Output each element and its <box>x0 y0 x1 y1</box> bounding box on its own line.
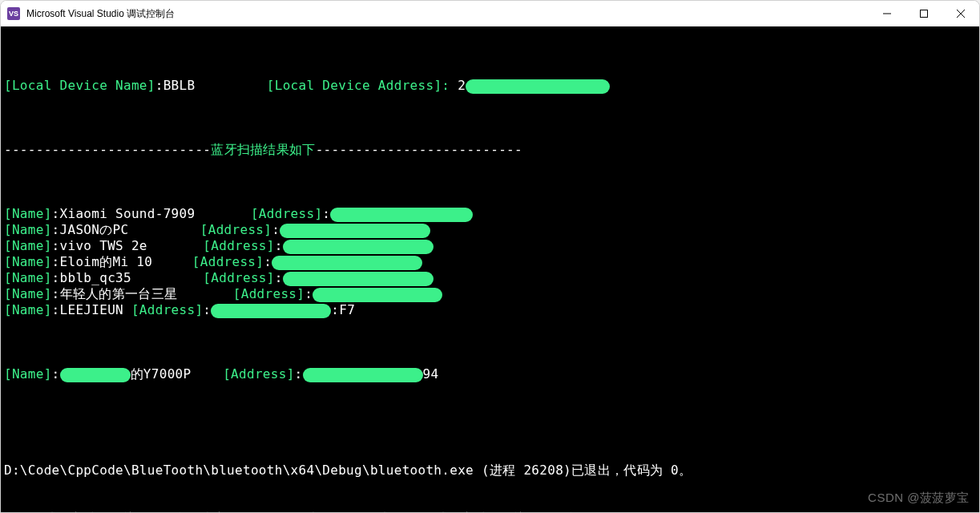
redacted-highlight <box>283 240 434 254</box>
maximize-button[interactable] <box>905 1 942 26</box>
local-addr-prefix: 2 <box>458 78 466 93</box>
device-row-last: [Name]:的Y7000P [Address]:94 <box>4 366 976 382</box>
redacted-highlight <box>330 208 473 222</box>
redacted-highlight <box>280 224 430 238</box>
device-name: :Eloim的Mi 10 <box>52 254 153 269</box>
addr-prefix: : <box>295 366 303 382</box>
device-row: [Name]:bblb_qc35 [Address]: <box>4 270 976 286</box>
addr-label: [Address] <box>223 366 294 382</box>
addr-prefix: : <box>264 254 272 269</box>
titlebar[interactable]: VS Microsoft Visual Studio 调试控制台 <box>1 1 979 26</box>
name-label: [Name] <box>4 286 52 301</box>
window-title: Microsoft Visual Studio 调试控制台 <box>26 7 869 21</box>
addr-label: [Address] <box>233 286 304 301</box>
device-row: [Name]:Xiaomi Sound-7909 [Address]: <box>4 206 976 222</box>
device-list: [Name]:Xiaomi Sound-7909 [Address]:[Name… <box>4 206 976 318</box>
name-suffix: 的Y7000P <box>131 366 192 382</box>
device-name: :JASONのPC <box>52 222 129 237</box>
device-row: [Name]:Eloim的Mi 10 [Address]: <box>4 254 976 270</box>
addr-label: [Address] <box>192 254 264 269</box>
separator-row: --------------------------蓝牙扫描结果如下------… <box>4 142 976 158</box>
footer-line1: D:\Code\CppCode\BlueTooth\bluetooth\x64\… <box>4 463 976 479</box>
spacer <box>131 270 203 285</box>
name-label: [Name] <box>4 222 52 237</box>
sep-left: -------------------------- <box>4 142 211 157</box>
console-output[interactable]: [Local Device Name]:BBLB [Local Device A… <box>1 26 979 512</box>
redacted-highlight <box>211 304 331 318</box>
addr-suffix: :F7 <box>331 302 355 317</box>
name-label: [Name] <box>4 206 52 221</box>
device-name: :vivo TWS 2e <box>52 238 147 253</box>
minimize-button[interactable] <box>869 1 905 26</box>
redacted-highlight <box>283 272 434 286</box>
blank-row <box>4 414 976 430</box>
device-row: [Name]:年轻人的第一台三星 [Address]: <box>4 286 976 302</box>
window-controls <box>869 1 979 26</box>
redacted-highlight <box>466 79 610 94</box>
spacer <box>128 222 200 237</box>
device-row: [Name]:JASONのPC [Address]: <box>4 222 976 238</box>
spacer <box>152 254 192 269</box>
redacted-highlight <box>313 288 442 302</box>
local-name-label: [Local Device Name] <box>4 78 155 93</box>
spacer <box>177 286 233 301</box>
addr-prefix: : <box>275 238 283 253</box>
addr-prefix: : <box>322 206 330 221</box>
console-window: VS Microsoft Visual Studio 调试控制台 [Local … <box>0 0 980 513</box>
addr-prefix: : <box>275 270 283 285</box>
addr-suffix: 94 <box>423 366 439 382</box>
addr-prefix: : <box>272 222 280 237</box>
local-name-value: :BBLB <box>155 78 196 93</box>
name-label: [Name] <box>4 302 52 317</box>
addr-prefix: : <box>304 286 313 301</box>
addr-label: [Address] <box>203 270 274 285</box>
device-row: [Name]:vivo TWS 2e [Address]: <box>4 238 976 254</box>
local-device-row: [Local Device Name]:BBLB [Local Device A… <box>4 78 976 94</box>
device-name: :年轻人的第一台三星 <box>52 286 178 301</box>
name-label: [Name] <box>4 238 52 253</box>
redacted-highlight <box>272 256 422 270</box>
addr-label: [Address] <box>203 238 274 253</box>
name-label: [Name] <box>4 366 52 382</box>
name-label: [Name] <box>4 254 52 269</box>
name-prefix: : <box>52 366 60 382</box>
addr-label: [Address] <box>251 206 322 221</box>
maximize-icon <box>920 10 928 18</box>
spacer <box>191 366 223 382</box>
minimize-icon <box>883 10 891 18</box>
addr-label: [Address] <box>131 302 203 317</box>
spacer <box>195 206 251 221</box>
addr-label: [Address] <box>200 222 272 237</box>
addr-prefix: : <box>203 302 211 317</box>
app-icon: VS <box>7 7 20 20</box>
spacer <box>195 78 266 93</box>
device-name: :bblb_qc35 <box>52 270 131 285</box>
spacer <box>147 238 204 253</box>
redacted-highlight <box>303 368 423 382</box>
redacted-highlight <box>60 368 131 382</box>
device-row: [Name]:LEEJIEUN [Address]::F7 <box>4 302 976 318</box>
svg-rect-1 <box>921 10 928 18</box>
device-name: :LEEJIEUN <box>52 302 131 317</box>
local-addr-label: [Local Device Address]: <box>267 78 458 93</box>
close-icon <box>957 10 965 18</box>
close-button[interactable] <box>942 1 979 26</box>
watermark: CSDN @菠菠萝宝 <box>868 490 970 506</box>
sep-right: -------------------------- <box>316 142 522 157</box>
name-label: [Name] <box>4 270 52 285</box>
sep-center: 蓝牙扫描结果如下 <box>211 142 315 157</box>
device-name: :Xiaomi Sound-7909 <box>52 206 196 221</box>
footer-line2: 要在调试停止时自动关闭控制台，请启用"工具"->"选项"->"调试"->"调试停… <box>4 511 976 512</box>
